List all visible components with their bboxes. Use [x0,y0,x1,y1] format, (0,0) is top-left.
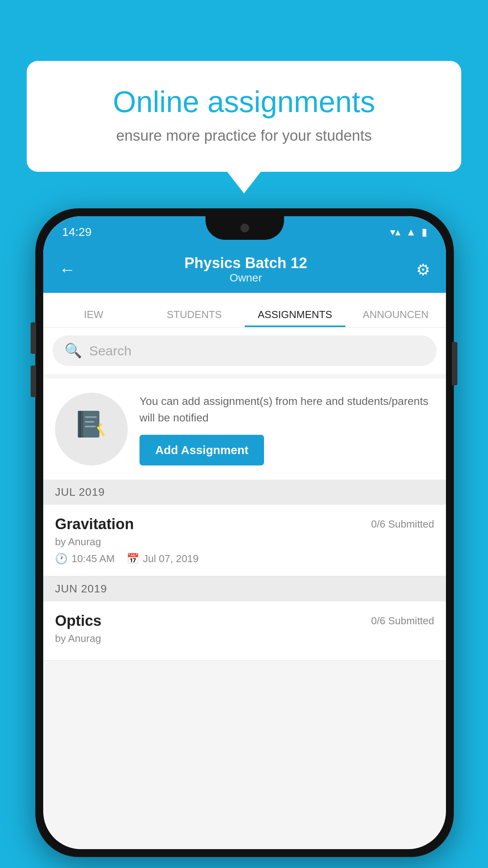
search-placeholder: Search [89,343,132,359]
camera-dot [240,224,249,232]
assignment-submitted-gravitation: 0/6 Submitted [371,516,434,530]
svg-rect-4 [85,421,94,423]
clock-icon: 🕐 [55,553,68,565]
tab-assignments[interactable]: ASSIGNMENTS [245,293,345,327]
phone-volume-down [31,366,36,397]
assignment-time-value: 10:45 AM [72,553,115,565]
assignment-time: 🕐 10:45 AM [55,553,115,565]
tab-students[interactable]: STUDENTS [144,293,244,327]
signal-icon: ▲ [406,226,416,238]
assignment-item-optics-top: Optics 0/6 Submitted [55,612,434,629]
status-time: 14:29 [62,225,92,239]
speech-bubble: Online assignments ensure more practice … [27,61,461,172]
phone-volume-up [31,322,36,354]
status-icons: ▾▴ ▲ ▮ [390,226,427,238]
add-assignment-button[interactable]: Add Assignment [139,435,264,465]
header-subtitle: Owner [184,272,307,284]
tab-iew-label: IEW [84,309,103,321]
section-header-jul: JUL 2019 [43,480,446,505]
assignment-author-optics: by Anurag [55,633,434,645]
search-bar[interactable]: 🔍 Search [53,335,437,366]
tab-iew[interactable]: IEW [43,293,144,327]
assignment-date-value: Jul 07, 2019 [143,553,199,565]
speech-bubble-title: Online assignments [58,85,430,119]
svg-rect-3 [85,416,97,418]
section-header-jun: JUN 2019 [43,576,446,601]
assignment-icon-circle [55,393,128,465]
status-bar: 14:29 ▾▴ ▲ ▮ [43,216,446,248]
battery-icon: ▮ [422,226,427,238]
phone-inner: 14:29 ▾▴ ▲ ▮ ← Physics Batch 12 Owner ⚙ … [43,216,446,849]
tab-announcements-label: ANNOUNCEN [363,309,429,321]
assignment-item-top: Gravitation 0/6 Submitted [55,516,434,533]
search-icon: 🔍 [64,342,82,359]
header-title-group: Physics Batch 12 Owner [184,255,307,284]
phone-frame: 14:29 ▾▴ ▲ ▮ ← Physics Batch 12 Owner ⚙ … [35,208,454,857]
settings-icon[interactable]: ⚙ [416,261,430,279]
speech-bubble-subtitle: ensure more practice for your students [58,127,430,144]
add-assignment-section: You can add assignment(s) from here and … [43,379,446,480]
assignment-submitted-optics: 0/6 Submitted [371,612,434,627]
assignment-item-optics[interactable]: Optics 0/6 Submitted by Anurag [43,601,446,661]
header-title: Physics Batch 12 [184,255,307,272]
tab-announcements[interactable]: ANNOUNCEN [345,293,446,327]
add-assignment-description: You can add assignment(s) from here and … [139,393,434,426]
assignment-author-gravitation: by Anurag [55,536,434,548]
assignment-meta-gravitation: 🕐 10:45 AM 📅 Jul 07, 2019 [55,553,434,565]
calendar-icon: 📅 [127,553,139,565]
svg-rect-2 [79,411,81,438]
back-button[interactable]: ← [59,260,75,279]
speech-bubble-container: Online assignments ensure more practice … [27,61,461,172]
assignment-name-gravitation: Gravitation [55,516,134,533]
assignment-item-gravitation[interactable]: Gravitation 0/6 Submitted by Anurag 🕐 10… [43,505,446,576]
phone-notch [205,216,284,240]
svg-rect-5 [85,426,96,427]
add-assignment-content: You can add assignment(s) from here and … [139,393,434,465]
section-label-jun: JUN 2019 [55,583,107,595]
assignment-notebook-icon [74,408,109,451]
phone-power-button [452,342,457,385]
tab-assignments-label: ASSIGNMENTS [258,309,332,321]
wifi-icon: ▾▴ [390,226,400,238]
app-header: ← Physics Batch 12 Owner ⚙ [43,248,446,293]
section-label-jul: JUL 2019 [55,486,105,498]
assignment-name-optics: Optics [55,612,101,629]
tab-bar: IEW STUDENTS ASSIGNMENTS ANNOUNCEN [43,293,446,327]
assignment-date: 📅 Jul 07, 2019 [127,553,199,565]
search-bar-container: 🔍 Search [43,327,446,374]
tab-students-label: STUDENTS [167,309,222,321]
